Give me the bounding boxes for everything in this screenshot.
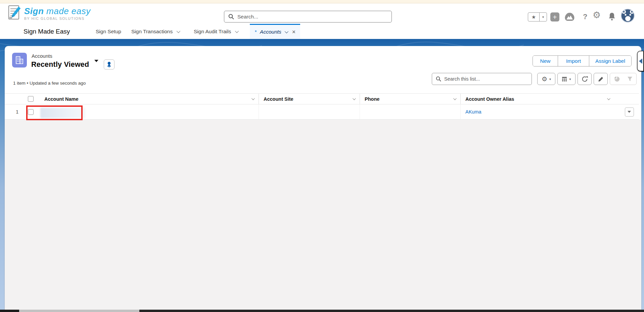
- brand-text: Sign made easy BY HIC GLOBAL SOLUTIONS: [24, 6, 91, 20]
- tab-sign-setup[interactable]: Sign Setup: [96, 24, 121, 39]
- empty-list-area: [5, 120, 641, 310]
- app-name: Sign Made Easy: [24, 24, 70, 39]
- column-label: Account Site: [264, 96, 293, 102]
- quick-create-plus-icon[interactable]: +: [550, 12, 559, 21]
- triangle-down-icon: [94, 60, 98, 67]
- tab-accounts-active[interactable]: * Accounts ×: [250, 24, 300, 39]
- owner-alias-link[interactable]: AKuma: [465, 109, 481, 115]
- cell-account-owner-alias: AKuma: [461, 104, 619, 119]
- list-view-controls-button[interactable]: ⚙ ▾: [537, 73, 555, 85]
- chart-pie-icon: [614, 76, 620, 82]
- side-panel-handle[interactable]: [637, 51, 644, 72]
- setup-gear-icon[interactable]: ⚙: [593, 10, 601, 20]
- inline-edit-button[interactable]: [594, 73, 608, 85]
- column-header-phone[interactable]: Phone: [360, 94, 461, 104]
- new-button[interactable]: New: [533, 56, 558, 66]
- table-header-row: Account Name Account Site Phone Account …: [5, 93, 639, 104]
- caret-down-icon: ▾: [569, 77, 571, 81]
- global-header: Sign made easy BY HIC GLOBAL SOLUTIONS ★…: [0, 3, 644, 24]
- column-label: Account Owner Alias: [465, 96, 514, 102]
- trailhead-icon[interactable]: [564, 12, 575, 23]
- list-view-name: Recently Viewed: [31, 60, 89, 69]
- column-header-account-site[interactable]: Account Site: [259, 94, 360, 104]
- tab-label: Sign Audit Trails: [194, 29, 231, 35]
- brand-emphasis: Sign: [24, 6, 44, 16]
- cell-phone: [360, 104, 461, 119]
- app-nav-bar: Sign Made Easy Sign Setup Sign Transacti…: [0, 24, 644, 39]
- list-view-selector[interactable]: [94, 61, 99, 68]
- bottom-edge-dark-right: [139, 310, 644, 312]
- filter-funnel-icon: [627, 76, 633, 82]
- column-header-account-name[interactable]: Account Name: [40, 94, 259, 104]
- caret-down-icon: ▾: [549, 77, 551, 81]
- list-search-input[interactable]: [444, 76, 528, 82]
- brand-rest: made easy: [44, 6, 90, 16]
- global-search: [224, 11, 392, 23]
- pin-list-button[interactable]: [104, 59, 114, 70]
- chevron-down-icon[interactable]: [453, 97, 457, 100]
- tab-label: Sign Setup: [96, 29, 121, 35]
- column-label: Phone: [365, 96, 379, 102]
- close-icon[interactable]: ×: [292, 29, 296, 36]
- chevron-down-icon[interactable]: [251, 97, 255, 100]
- bottom-edge-gray: [19, 310, 139, 312]
- list-status-text: 1 item • Updated a few seconds ago: [13, 81, 86, 86]
- display-as-button[interactable]: ▾: [557, 73, 576, 85]
- unsaved-indicator: *: [255, 29, 257, 35]
- refresh-icon: [582, 76, 588, 82]
- annotation-red-box: [26, 105, 83, 120]
- bottom-edge-dark-left: [0, 310, 19, 312]
- import-button[interactable]: Import: [558, 56, 589, 66]
- cell-account-site: [259, 104, 360, 119]
- gear-icon: ⚙: [542, 75, 547, 83]
- chevron-left-icon: [639, 58, 642, 64]
- notifications-bell-icon[interactable]: [608, 12, 616, 22]
- favorites-star-icon[interactable]: ★: [528, 13, 539, 21]
- app-window: Sign made easy BY HIC GLOBAL SOLUTIONS ★…: [0, 0, 644, 312]
- list-search: [432, 73, 532, 85]
- charts-button-disabled[interactable]: [610, 73, 623, 85]
- chart-filter-group: [610, 73, 637, 85]
- help-icon[interactable]: ?: [583, 12, 587, 21]
- tab-sign-audit-trails[interactable]: Sign Audit Trails: [194, 24, 238, 39]
- document-pencil-icon: [7, 5, 21, 21]
- table-grid-icon: [562, 77, 567, 82]
- filter-button-disabled[interactable]: [623, 73, 636, 85]
- user-avatar[interactable]: [621, 9, 635, 23]
- assign-label-button[interactable]: Assign Label: [589, 56, 631, 66]
- accounts-object-icon: [12, 53, 27, 68]
- triangle-down-icon: [628, 111, 631, 113]
- global-search-input[interactable]: [237, 14, 387, 20]
- pin-icon: [106, 61, 112, 68]
- brand-tagline: BY HIC GLOBAL SOLUTIONS: [24, 16, 91, 20]
- chevron-down-icon[interactable]: [235, 29, 239, 33]
- page-action-group: New Import Assign Label: [533, 55, 632, 66]
- app-logo: [7, 5, 21, 22]
- object-label: Accounts: [32, 53, 52, 59]
- chevron-down-icon[interactable]: [353, 97, 356, 100]
- row-number: 1: [5, 109, 21, 115]
- chevron-down-icon[interactable]: [607, 97, 610, 100]
- select-all-cell: [21, 96, 40, 102]
- tab-sign-transactions[interactable]: Sign Transactions: [131, 24, 179, 39]
- browser-top-strip: [0, 0, 644, 3]
- search-icon: [228, 14, 234, 19]
- favorites-caret-icon[interactable]: ▾: [539, 13, 547, 21]
- column-header-account-owner-alias[interactable]: Account Owner Alias: [461, 94, 619, 104]
- row-actions-button[interactable]: [625, 107, 634, 117]
- refresh-button[interactable]: [578, 73, 592, 85]
- select-all-checkbox[interactable]: [28, 96, 34, 102]
- table-row: 1 AKuma: [5, 104, 639, 120]
- chevron-down-icon[interactable]: [285, 30, 288, 33]
- favorites-button-group: ★ ▾: [528, 12, 547, 21]
- pencil-icon: [598, 76, 604, 82]
- search-icon: [436, 76, 441, 82]
- tab-label: Accounts: [260, 29, 281, 35]
- column-label: Account Name: [44, 96, 79, 102]
- chevron-down-icon[interactable]: [177, 29, 180, 33]
- tab-label: Sign Transactions: [131, 29, 173, 35]
- list-view-card: Accounts Recently Viewed New Import Assi…: [5, 46, 641, 310]
